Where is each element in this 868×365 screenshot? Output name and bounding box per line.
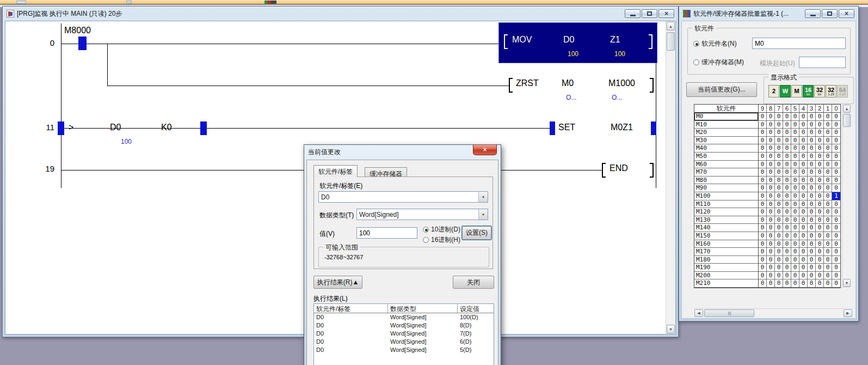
scroll-thumb[interactable]: [843, 114, 851, 127]
monitor-bit-cell[interactable]: 0: [799, 279, 808, 288]
monitor-bit-cell[interactable]: 0: [824, 184, 832, 192]
monitor-bit-cell[interactable]: 0: [775, 200, 783, 209]
monitor-bit-cell[interactable]: 0: [791, 216, 799, 224]
monitor-bit-cell[interactable]: 0: [808, 232, 816, 240]
monitor-bit-cell[interactable]: 0: [824, 240, 832, 248]
monitor-bit-cell[interactable]: 0: [767, 272, 775, 280]
monitor-bit-cell[interactable]: 0: [767, 129, 775, 137]
monitor-bit-cell[interactable]: 0: [791, 192, 799, 200]
monitor-bit-cell[interactable]: 0: [791, 208, 799, 216]
monitor-bit-cell[interactable]: 0: [759, 177, 767, 185]
monitor-bit-cell[interactable]: 0: [783, 144, 791, 153]
monitor-bit-cell[interactable]: 0: [775, 121, 783, 129]
monitor-bit-cell[interactable]: 0: [832, 153, 840, 161]
monitor-bit-cell[interactable]: 0: [783, 168, 791, 177]
monitor-device-cell[interactable]: M120: [694, 208, 759, 216]
monitor-bit-cell[interactable]: 0: [759, 144, 767, 153]
set-button[interactable]: 设置(S): [462, 226, 491, 240]
result-row[interactable]: D0Word[Signed]8(D): [314, 321, 494, 330]
monitor-bit-cell[interactable]: 0: [783, 137, 791, 145]
monitor-bit-cell[interactable]: 0: [832, 272, 840, 280]
monitor-bit-cell[interactable]: 0: [799, 208, 808, 216]
monitor-bit-cell[interactable]: 0: [767, 168, 775, 177]
monitor-bit-cell[interactable]: 0: [767, 256, 775, 264]
monitor-bit-cell[interactable]: 0: [775, 113, 783, 121]
monitor-bit-cell[interactable]: 0: [808, 153, 816, 161]
monitor-bit-cell[interactable]: 0: [816, 264, 824, 272]
monitor-hscrollbar[interactable]: ◀ ▶: [694, 308, 853, 318]
execution-result-toggle-button[interactable]: 执行结果(R)▲: [313, 276, 362, 289]
monitor-bit-cell[interactable]: 0: [808, 121, 816, 129]
monitor-bit-cell[interactable]: 0: [832, 161, 840, 169]
monitor-bit-cell[interactable]: 0: [824, 248, 832, 256]
set-bracket-left[interactable]: [550, 121, 555, 135]
monitor-bit-cell[interactable]: 0: [759, 224, 767, 232]
monitor-bit-cell[interactable]: 0: [759, 248, 767, 256]
monitor-bit-cell[interactable]: 0: [799, 144, 808, 153]
monitor-bit-cell[interactable]: 0: [824, 121, 832, 129]
monitor-bit-cell[interactable]: 0: [808, 168, 816, 177]
monitor-bit-cell[interactable]: 0: [824, 113, 832, 121]
monitor-bit-cell[interactable]: 0: [791, 264, 799, 272]
maximize-button[interactable]: [642, 9, 657, 18]
monitor-bit-cell[interactable]: 0: [783, 256, 791, 264]
monitor-bit-cell[interactable]: 0: [832, 240, 840, 248]
monitor-bit-cell[interactable]: 0: [783, 129, 791, 137]
monitor-bit-cell[interactable]: 0: [775, 153, 783, 161]
monitor-bit-cell[interactable]: 0: [775, 177, 783, 185]
monitor-bit-cell[interactable]: 0: [759, 272, 767, 280]
minimize-button[interactable]: [625, 9, 641, 18]
monitor-bit-cell[interactable]: 0: [824, 137, 832, 145]
monitor-bit-cell[interactable]: 0: [799, 137, 808, 145]
monitor-device-cell[interactable]: M20: [694, 129, 759, 137]
format-button[interactable]: 2: [768, 85, 779, 98]
monitor-bit-cell[interactable]: 0: [767, 264, 775, 272]
monitor-bit-cell[interactable]: 0: [783, 224, 791, 232]
maximize-button[interactable]: [822, 9, 838, 18]
scroll-down-button[interactable]: ▼: [667, 325, 675, 333]
close-button[interactable]: ×: [839, 9, 854, 18]
monitor-device-cell[interactable]: M90: [694, 184, 759, 192]
monitor-bit-cell[interactable]: 0: [832, 137, 840, 145]
device-combobox[interactable]: D0 ▼: [318, 191, 488, 203]
monitor-device-cell[interactable]: M130: [694, 216, 759, 224]
monitor-bit-cell[interactable]: 0: [799, 153, 808, 161]
monitor-bit-cell[interactable]: 0: [816, 256, 824, 264]
monitor-bit-cell[interactable]: 0: [799, 256, 808, 264]
monitor-vscrollbar[interactable]: ▲ ▼: [842, 104, 851, 288]
monitor-bit-cell[interactable]: 0: [775, 208, 783, 216]
monitor-bit-cell[interactable]: 0: [832, 129, 840, 137]
format-button[interactable]: M: [791, 85, 802, 98]
close-button[interactable]: ×: [658, 9, 674, 18]
monitor-bit-cell[interactable]: 0: [783, 153, 791, 161]
monitor-bit-cell[interactable]: 0: [808, 137, 816, 145]
monitor-bit-cell[interactable]: 0: [783, 216, 791, 224]
monitor-bit-cell[interactable]: 0: [759, 129, 767, 137]
monitor-bit-cell[interactable]: 0: [824, 177, 832, 185]
monitor-bit-cell[interactable]: 0: [783, 279, 791, 288]
monitor-bit-cell[interactable]: 0: [759, 113, 767, 121]
format-button[interactable]: W: [780, 85, 791, 98]
monitor-bit-cell[interactable]: 0: [759, 192, 767, 200]
monitor-bit-cell[interactable]: 0: [775, 232, 783, 240]
monitor-bit-cell[interactable]: 0: [767, 161, 775, 169]
monitor-bit-cell[interactable]: 0: [816, 272, 824, 280]
monitor-bit-cell[interactable]: 0: [808, 129, 816, 137]
monitor-bit-cell[interactable]: 0: [816, 192, 824, 200]
scroll-thumb[interactable]: [667, 32, 675, 51]
monitor-bit-cell[interactable]: 0: [759, 184, 767, 192]
monitor-bit-cell[interactable]: 0: [824, 129, 832, 137]
decimal-radio[interactable]: 10进制(D): [423, 225, 460, 234]
monitor-device-cell[interactable]: M180: [694, 256, 759, 264]
dropdown-button[interactable]: ▼: [478, 192, 488, 202]
tab-device-label[interactable]: 软元件/标签: [313, 165, 358, 177]
minimize-button[interactable]: [805, 9, 821, 18]
monitor-bit-cell[interactable]: 0: [799, 161, 808, 169]
monitor-bit-cell[interactable]: 0: [775, 184, 783, 192]
monitor-bit-cell[interactable]: 0: [824, 200, 832, 209]
monitor-bit-cell[interactable]: 0: [816, 144, 824, 153]
scroll-left-button[interactable]: ◀: [694, 309, 703, 317]
monitor-bit-cell[interactable]: 0: [799, 272, 808, 280]
monitor-bit-cell[interactable]: 0: [824, 168, 832, 177]
monitor-bit-cell[interactable]: 0: [783, 240, 791, 248]
